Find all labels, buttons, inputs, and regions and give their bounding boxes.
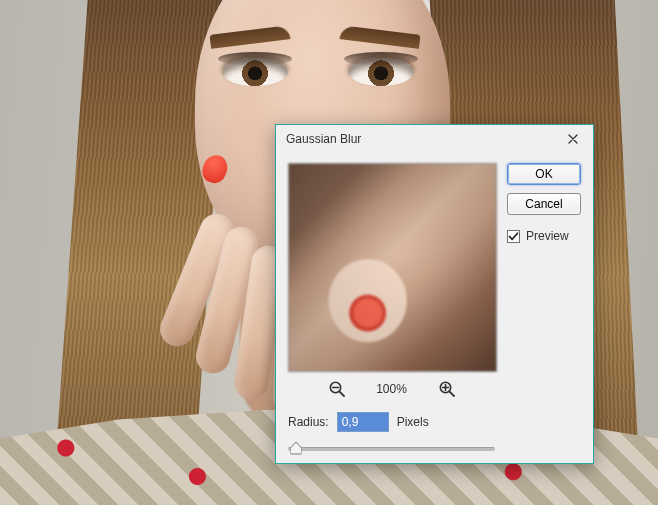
zoom-in-button[interactable] <box>438 380 456 398</box>
close-icon <box>568 134 578 144</box>
radius-slider[interactable] <box>288 440 495 456</box>
zoom-out-icon <box>328 380 346 398</box>
radius-input[interactable] <box>337 412 389 432</box>
filter-preview[interactable] <box>288 163 497 372</box>
gaussian-blur-dialog: Gaussian Blur 100% <box>275 124 594 464</box>
slider-thumb[interactable] <box>291 442 302 455</box>
dialog-body: 100% Radius: Pixels <box>276 153 593 463</box>
radius-label: Radius: <box>288 415 329 429</box>
dialog-titlebar[interactable]: Gaussian Blur <box>276 125 593 153</box>
eye <box>348 58 414 86</box>
ok-button[interactable]: OK <box>507 163 581 185</box>
preview-checkbox-label: Preview <box>526 229 569 243</box>
svg-line-1 <box>339 391 344 396</box>
dialog-title: Gaussian Blur <box>286 132 361 146</box>
radius-row: Radius: Pixels <box>288 412 495 432</box>
radius-unit: Pixels <box>397 415 429 429</box>
eye <box>222 58 288 86</box>
zoom-in-icon <box>438 380 456 398</box>
svg-line-4 <box>449 391 454 396</box>
preview-checkbox[interactable] <box>507 230 520 243</box>
close-button[interactable] <box>559 129 587 149</box>
zoom-out-button[interactable] <box>328 380 346 398</box>
dialog-button-column: OK Cancel Preview <box>507 163 581 243</box>
cancel-button[interactable]: Cancel <box>507 193 581 215</box>
check-icon <box>508 231 519 242</box>
zoom-percent: 100% <box>372 382 412 396</box>
zoom-controls: 100% <box>288 380 495 398</box>
slider-thumb-icon <box>291 442 302 455</box>
preview-toggle-row: Preview <box>507 229 581 243</box>
slider-track <box>288 447 495 451</box>
